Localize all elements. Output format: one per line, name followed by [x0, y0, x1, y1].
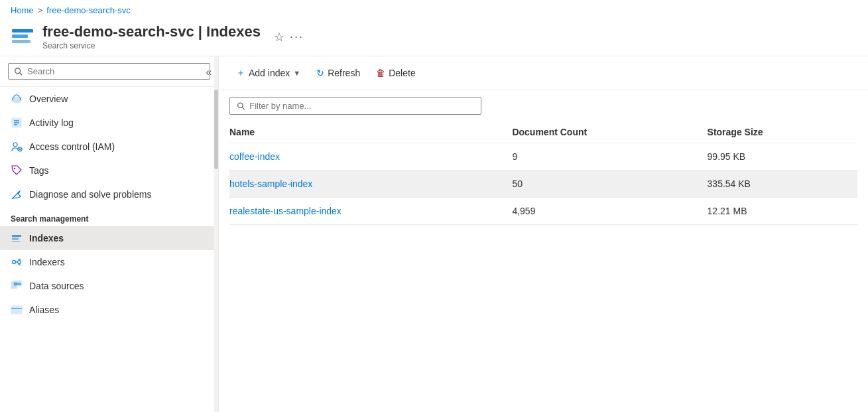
- col-name: Name: [229, 121, 512, 143]
- sidebar-item-aliases[interactable]: Aliases: [0, 298, 218, 322]
- index-name-link[interactable]: realestate-us-sample-index: [229, 206, 341, 216]
- table-row[interactable]: coffee-index999.95 KB: [229, 143, 857, 171]
- indexers-icon: [11, 256, 23, 268]
- storage-size-cell: 99.95 KB: [708, 143, 857, 171]
- aliases-icon: [11, 304, 23, 316]
- sidebar-item-indexes[interactable]: Indexes: [0, 226, 218, 250]
- svg-point-18: [13, 261, 16, 264]
- sidebar-item-aliases-label: Aliases: [29, 305, 59, 315]
- sidebar-item-overview-label: Overview: [29, 94, 68, 104]
- sidebar-search-area: «: [0, 56, 218, 87]
- doc-count-cell: 9: [512, 143, 707, 171]
- filter-bar: [219, 90, 868, 121]
- sidebar-item-tags[interactable]: Tags: [0, 159, 218, 182]
- sidebar-item-activity-label: Activity log: [29, 117, 74, 128]
- svg-point-27: [238, 103, 243, 107]
- sidebar-scrollbar[interactable]: [214, 56, 218, 412]
- delete-label: Delete: [389, 68, 415, 78]
- sidebar-item-data-sources[interactable]: Data sources: [0, 274, 218, 298]
- sidebar-item-iam[interactable]: Access control (IAM): [0, 135, 218, 159]
- iam-icon: [11, 141, 23, 153]
- sidebar-scroll-thumb[interactable]: [214, 90, 218, 169]
- storage-size-cell: 335.54 KB: [708, 171, 857, 198]
- delete-icon: 🗑: [376, 68, 385, 78]
- tag-icon: [11, 165, 23, 176]
- svg-point-10: [13, 143, 17, 147]
- plus-icon: ＋: [236, 67, 245, 79]
- page-subtitle: Search service: [42, 41, 261, 50]
- log-icon: [11, 117, 23, 129]
- content-area: ＋ Add index ▼ ↻ Refresh 🗑 Delete: [219, 56, 868, 412]
- col-doc-count: Document Count: [512, 121, 707, 143]
- sidebar-item-diagnose[interactable]: Diagnose and solve problems: [0, 182, 218, 206]
- search-icon: [14, 67, 23, 76]
- refresh-label: Refresh: [328, 68, 360, 78]
- sidebar: « Overview: [0, 56, 219, 412]
- more-options-button[interactable]: ···: [290, 30, 304, 44]
- doc-count-cell: 4,959: [512, 198, 707, 225]
- wrench-icon: [11, 188, 23, 200]
- breadcrumb: Home > free-demo-search-svc: [0, 0, 868, 21]
- sidebar-item-indexes-label: Indexes: [29, 233, 64, 243]
- search-box[interactable]: [8, 63, 210, 80]
- breadcrumb-current[interactable]: free-demo-search-svc: [46, 5, 130, 15]
- svg-point-5: [12, 98, 21, 103]
- filter-input[interactable]: [249, 101, 474, 111]
- sidebar-item-iam-label: Access control (IAM): [29, 141, 115, 152]
- favorite-button[interactable]: ☆: [274, 30, 284, 44]
- datasources-icon: [11, 280, 23, 292]
- table-row[interactable]: hotels-sample-index50335.54 KB: [229, 171, 857, 198]
- refresh-icon: ↻: [316, 68, 324, 78]
- svg-rect-15: [12, 235, 21, 237]
- filter-input-container[interactable]: [229, 97, 481, 115]
- service-icon: [11, 25, 34, 49]
- svg-point-14: [14, 168, 15, 169]
- search-input[interactable]: [27, 66, 204, 76]
- storage-size-cell: 12.21 MB: [708, 198, 857, 225]
- header-actions: ☆ ···: [274, 30, 304, 44]
- svg-point-19: [18, 261, 21, 264]
- toolbar: ＋ Add index ▼ ↻ Refresh 🗑 Delete: [219, 56, 868, 90]
- col-storage: Storage Size: [708, 121, 857, 143]
- page-title: free-demo-search-svc | Indexes: [42, 23, 261, 40]
- add-index-label: Add index: [249, 68, 290, 78]
- add-index-button[interactable]: ＋ Add index ▼: [229, 63, 307, 83]
- sidebar-item-activity-log[interactable]: Activity log: [0, 111, 218, 135]
- svg-rect-16: [12, 238, 19, 240]
- sidebar-item-tags-label: Tags: [29, 165, 49, 176]
- sidebar-item-indexers[interactable]: Indexers: [0, 250, 218, 274]
- svg-rect-1: [12, 34, 28, 38]
- sidebar-item-datasources-label: Data sources: [29, 281, 84, 291]
- table-row[interactable]: realestate-us-sample-index4,95912.21 MB: [229, 198, 857, 225]
- svg-rect-17: [12, 241, 20, 242]
- delete-button[interactable]: 🗑 Delete: [369, 64, 422, 82]
- indexes-icon: [11, 232, 23, 244]
- svg-point-3: [15, 68, 21, 73]
- index-name-link[interactable]: coffee-index: [229, 151, 280, 162]
- breadcrumb-home[interactable]: Home: [11, 5, 34, 15]
- svg-rect-2: [12, 40, 31, 43]
- cloud-icon: [11, 93, 23, 105]
- page-header: free-demo-search-svc | Indexes Search se…: [0, 21, 868, 56]
- index-name-link[interactable]: hotels-sample-index: [229, 178, 312, 189]
- sidebar-nav: Overview Activity log: [0, 87, 218, 412]
- sidebar-item-diagnose-label: Diagnose and solve problems: [29, 189, 151, 200]
- sidebar-item-indexers-label: Indexers: [29, 257, 65, 267]
- filter-search-icon: [237, 102, 245, 111]
- svg-line-28: [242, 107, 244, 109]
- indexes-table: Name Document Count Storage Size coffee-…: [229, 121, 857, 225]
- svg-rect-0: [12, 29, 33, 33]
- breadcrumb-separator: >: [38, 5, 43, 15]
- doc-count-cell: 50: [512, 171, 707, 198]
- search-management-section: Search management: [0, 206, 218, 226]
- add-index-chevron: ▼: [293, 69, 300, 77]
- indexes-table-area: Name Document Count Storage Size coffee-…: [219, 121, 868, 412]
- sidebar-item-overview[interactable]: Overview: [0, 87, 218, 111]
- svg-line-4: [20, 72, 23, 75]
- svg-rect-25: [11, 306, 22, 314]
- refresh-button[interactable]: ↻ Refresh: [310, 64, 367, 82]
